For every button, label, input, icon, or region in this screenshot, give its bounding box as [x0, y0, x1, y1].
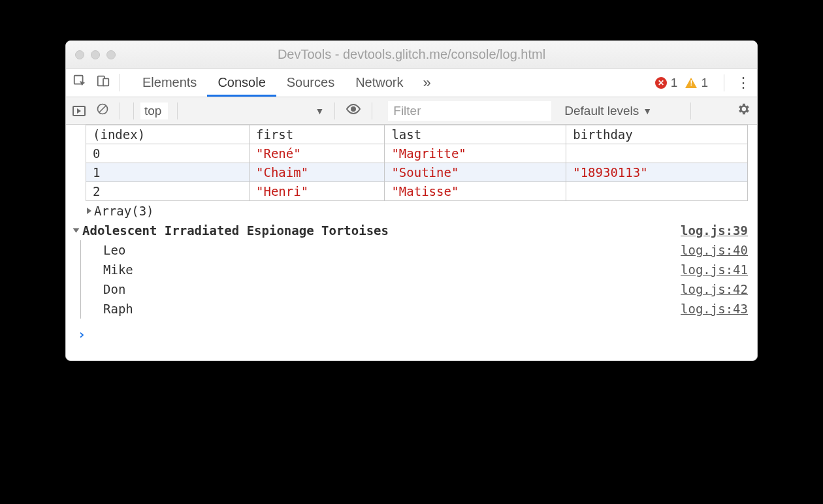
device-icon[interactable]	[96, 74, 110, 91]
cell-first: "René"	[250, 144, 385, 163]
warning-badge-icon[interactable]	[685, 78, 697, 88]
cell-index: 2	[86, 182, 250, 201]
log-text: Raph	[103, 302, 133, 316]
context-selector[interactable]: top	[133, 102, 178, 119]
dropdown-caret-icon: ▼	[643, 106, 652, 116]
context-label: top	[140, 102, 168, 119]
cell-index: 0	[86, 144, 250, 163]
table-row[interactable]: 2 "Henri" "Matisse"	[86, 182, 748, 201]
cell-birthday	[566, 182, 748, 201]
filter-input[interactable]	[388, 101, 551, 121]
expand-icon[interactable]	[87, 208, 91, 214]
cell-first: "Chaim"	[250, 163, 385, 182]
console-table: (index) first last birthday 0 "René" "Ma…	[86, 125, 748, 201]
error-count: 1	[671, 76, 678, 90]
separator	[372, 102, 372, 119]
console-toolbar: top ▼ Default levels ▼	[66, 97, 757, 125]
zoom-dot[interactable]	[106, 50, 116, 59]
dropdown-caret-icon[interactable]: ▼	[315, 106, 324, 116]
table-row[interactable]: 0 "René" "Magritte"	[86, 144, 748, 163]
error-badge-icon[interactable]: ✕	[655, 77, 667, 89]
source-link[interactable]: log.js:42	[681, 282, 748, 296]
col-first[interactable]: first	[250, 125, 385, 144]
svg-line-4	[99, 106, 106, 112]
cell-last: "Magritte"	[385, 144, 566, 163]
array-summary[interactable]: Array(3)	[86, 201, 757, 221]
settings-icon[interactable]	[736, 102, 750, 119]
tab-console[interactable]: Console	[207, 69, 276, 97]
group-items: Leo log.js:40 Mike log.js:41 Don log.js:…	[80, 240, 757, 319]
col-last[interactable]: last	[385, 125, 566, 144]
source-link[interactable]: log.js:41	[681, 262, 748, 277]
col-birthday[interactable]: birthday	[566, 125, 748, 144]
prompt-caret-icon: ›	[73, 326, 86, 342]
array-label: Array(3)	[94, 204, 154, 218]
separator	[724, 74, 724, 91]
log-levels-selector[interactable]: Default levels ▼	[564, 104, 652, 118]
warning-count: 1	[701, 76, 708, 90]
main-tabs: Elements Console Sources Network » ✕ 1 1…	[66, 69, 757, 97]
group-header[interactable]: Adolescent Irradiated Espionage Tortoise…	[74, 221, 757, 240]
log-item[interactable]: Leo log.js:40	[81, 240, 757, 260]
log-text: Leo	[103, 243, 125, 257]
close-dot[interactable]	[75, 50, 84, 59]
table-header-row: (index) first last birthday	[86, 125, 748, 144]
cell-last: "Soutine"	[385, 163, 566, 182]
live-expression-icon[interactable]	[346, 101, 361, 120]
log-item[interactable]: Mike log.js:41	[81, 260, 757, 279]
inspect-icon[interactable]	[73, 74, 87, 91]
group-title: Adolescent Irradiated Espionage Tortoise…	[82, 223, 389, 238]
separator	[334, 102, 335, 119]
log-text: Mike	[103, 262, 133, 277]
separator	[690, 102, 691, 119]
traffic-lights	[75, 50, 116, 59]
console-group: Adolescent Irradiated Espionage Tortoise…	[74, 221, 757, 319]
cell-last: "Matisse"	[385, 182, 566, 201]
source-link[interactable]: log.js:40	[681, 243, 748, 257]
minimize-dot[interactable]	[91, 50, 100, 59]
console-prompt[interactable]: ›	[73, 319, 757, 356]
svg-rect-2	[103, 78, 108, 86]
cell-birthday	[566, 144, 748, 163]
source-link[interactable]: log.js:43	[681, 302, 748, 316]
table-row[interactable]: 1 "Chaim" "Soutine" "18930113"	[86, 163, 748, 182]
log-text: Don	[103, 282, 125, 296]
log-item[interactable]: Raph log.js:43	[81, 299, 757, 319]
log-item[interactable]: Don log.js:42	[81, 279, 757, 299]
cell-first: "Henri"	[250, 182, 385, 201]
levels-label: Default levels	[564, 104, 639, 118]
svg-point-5	[351, 107, 355, 111]
tab-network[interactable]: Network	[345, 69, 413, 97]
cell-index: 1	[86, 163, 250, 182]
more-menu-icon[interactable]: ⋮	[736, 74, 750, 91]
console-content: (index) first last birthday 0 "René" "Ma…	[66, 125, 757, 360]
clear-console-icon[interactable]	[96, 102, 109, 119]
tab-elements[interactable]: Elements	[132, 69, 207, 97]
separator	[120, 102, 120, 119]
titlebar: DevTools - devtools.glitch.me/console/lo…	[66, 41, 757, 69]
col-index[interactable]: (index)	[86, 125, 250, 144]
window-title: DevTools - devtools.glitch.me/console/lo…	[66, 47, 757, 62]
cell-birthday: "18930113"	[566, 163, 748, 182]
tabs-overflow-icon[interactable]: »	[414, 74, 440, 91]
source-link[interactable]: log.js:39	[681, 223, 748, 238]
collapse-icon[interactable]	[73, 228, 80, 233]
sidebar-toggle-icon[interactable]	[73, 106, 86, 116]
devtools-window: DevTools - devtools.glitch.me/console/lo…	[65, 40, 758, 361]
tab-sources[interactable]: Sources	[276, 69, 345, 97]
